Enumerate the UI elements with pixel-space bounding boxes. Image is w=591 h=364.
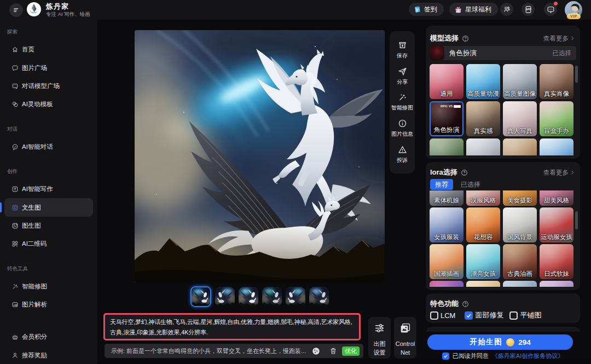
optimize-button[interactable]: 优化 bbox=[342, 346, 360, 356]
sidebar-item-ai-chat[interactable]: AI智能对话 bbox=[0, 138, 93, 156]
sidebar: 探索首页图片广场对话模型广场AI灵动模板对话AI智能对话创作AI智能写作文生图图… bbox=[0, 20, 97, 364]
app-download-button[interactable]: APP bbox=[522, 3, 535, 16]
model-see-more[interactable]: 查看更多 bbox=[543, 34, 575, 43]
sidebar-item-label: 图生图 bbox=[22, 222, 41, 230]
feature-unchecked-option[interactable]: LCM bbox=[430, 310, 455, 320]
sidebar-item-label: AI二维码 bbox=[22, 240, 47, 248]
lora-card[interactable]: 国潮插画 bbox=[430, 244, 463, 279]
toolbar-magic-wand-button[interactable]: 智能修图 bbox=[391, 93, 413, 112]
lora-card[interactable]: 女孩服装 bbox=[430, 207, 463, 242]
sidebar-item-gallery-bubble[interactable]: 图片广场 bbox=[0, 59, 93, 77]
toolbar-save-button[interactable]: 保存 bbox=[397, 41, 408, 60]
sidebar-item-shapes[interactable]: AI灵动模板 bbox=[0, 95, 93, 113]
lora-card[interactable]: 甜美风格 bbox=[540, 190, 573, 206]
sidebar-item-qrcode[interactable]: AI二维码 bbox=[0, 235, 93, 253]
lora-card[interactable]: 古典油画 bbox=[503, 244, 537, 279]
write-t-icon bbox=[11, 186, 19, 193]
feature-label: 面部修复 bbox=[475, 310, 503, 320]
toolbar-share-button[interactable]: 分享 bbox=[397, 67, 408, 86]
checkbox[interactable] bbox=[465, 311, 473, 320]
sidebar-item-text2img[interactable]: 文生图 bbox=[4, 198, 93, 216]
prompt-input[interactable]: 天马行空,梦幻,神话生物,飞马,云端,星河,辉煌,自由,优雅,力量,翅膀,鬃毛,… bbox=[103, 313, 361, 340]
friends-button[interactable] bbox=[500, 3, 513, 16]
lora-see-more[interactable]: 查看更多 bbox=[543, 169, 575, 177]
model-card[interactable]: 真人写真 bbox=[503, 101, 537, 136]
thumbnail-2[interactable] bbox=[215, 287, 235, 307]
thumbnail-1[interactable] bbox=[190, 286, 211, 307]
thumbnail-5[interactable] bbox=[286, 287, 305, 307]
model-card[interactable] bbox=[503, 138, 537, 155]
model-card[interactable]: RPG V5角色扮演 bbox=[430, 101, 463, 136]
lora-grid: 素体机娘汉服风格美食摄影甜美风格女孩服装花想容国风背景运动服女孩国潮插画漂亮女孩… bbox=[430, 190, 576, 287]
model-card[interactable] bbox=[430, 138, 463, 155]
lora-card[interactable] bbox=[430, 281, 463, 287]
sidebar-item-home[interactable]: 首页 bbox=[0, 41, 93, 59]
menu-button[interactable] bbox=[9, 3, 23, 17]
sidebar-item-person[interactable]: 推荐奖励 bbox=[0, 346, 93, 364]
random-dice-button[interactable] bbox=[312, 347, 320, 355]
lora-card[interactable] bbox=[540, 281, 573, 287]
model-label: 盲盒手办 bbox=[540, 127, 573, 135]
sidebar-item-img-analyze[interactable]: 图片解析 bbox=[0, 296, 93, 314]
model-card[interactable]: 盲盒手办 bbox=[540, 101, 573, 136]
model-label: 通用 bbox=[430, 90, 463, 98]
model-card[interactable]: 真实感 bbox=[466, 101, 500, 136]
feature-checked-option[interactable]: 面部修复 bbox=[465, 310, 503, 320]
model-card[interactable] bbox=[540, 138, 573, 155]
magic-wand-icon bbox=[398, 93, 407, 102]
sidebar-item-magic-wand[interactable]: 智能修图 bbox=[0, 278, 93, 296]
model-card[interactable]: 真实肖像 bbox=[540, 64, 573, 99]
lora-card[interactable]: 汉服风格 bbox=[466, 190, 500, 206]
sidebar-item-img2img[interactable]: 图生图 bbox=[0, 217, 93, 235]
lora-grid-scrollbar[interactable] bbox=[575, 211, 578, 229]
sidebar-item-label: 文生图 bbox=[22, 204, 41, 212]
generate-button[interactable]: 开始生图 294 bbox=[427, 334, 573, 350]
generated-image[interactable] bbox=[135, 30, 385, 282]
tab-selected[interactable]: 已选择 bbox=[461, 180, 480, 189]
app-logo[interactable] bbox=[27, 2, 41, 16]
model-card[interactable]: 通用 bbox=[430, 64, 463, 99]
lora-card[interactable]: 漂亮女孩 bbox=[466, 244, 500, 279]
lora-card[interactable]: 运动服女孩 bbox=[540, 207, 573, 242]
tab-recommend[interactable]: 推荐 bbox=[430, 179, 453, 190]
selected-model-row[interactable]: 角色扮演 已选择 bbox=[430, 46, 576, 60]
thumbnail-4[interactable] bbox=[262, 287, 282, 307]
lora-card[interactable]: 国风背景 bbox=[503, 207, 537, 242]
checkbox[interactable] bbox=[430, 311, 438, 320]
toolbar-info-button[interactable]: 图片信息 bbox=[391, 119, 413, 138]
planet-benefits-button[interactable]: 星球福利 bbox=[449, 3, 498, 16]
model-card[interactable]: 高质量动漫 bbox=[466, 64, 500, 99]
help-icon[interactable] bbox=[462, 35, 469, 42]
help-icon[interactable] bbox=[462, 301, 469, 308]
sidebar-item-write-t[interactable]: AI智能写作 bbox=[0, 180, 93, 198]
lora-card[interactable]: 美食摄影 bbox=[503, 190, 537, 206]
delete-prompt-button[interactable] bbox=[329, 347, 337, 355]
sidebar-item-label: 对话模型广场 bbox=[22, 82, 60, 90]
model-grid-scrollbar[interactable] bbox=[575, 66, 578, 83]
agreement-checkbox[interactable] bbox=[442, 353, 449, 360]
lora-card[interactable]: 花想容 bbox=[466, 207, 500, 242]
agreement-link[interactable]: 《炼丹家AI创作服务协议》 bbox=[492, 352, 564, 360]
model-card[interactable]: 高质量图像 bbox=[503, 64, 537, 99]
lora-card[interactable]: 素体机娘 bbox=[430, 190, 463, 206]
lora-card[interactable] bbox=[503, 281, 537, 287]
lora-card[interactable]: 日式软妹 bbox=[540, 244, 573, 279]
save-icon bbox=[398, 41, 407, 50]
output-settings-button[interactable]: 出图 设置 bbox=[368, 317, 391, 359]
sidebar-item-label: 推荐奖励 bbox=[22, 351, 47, 360]
thumbnail-6[interactable] bbox=[309, 287, 329, 307]
sidebar-item-chat-square[interactable]: 对话模型广场 bbox=[0, 77, 93, 95]
feature-unchecked-option[interactable]: 平铺图 bbox=[509, 310, 541, 320]
app-title: 炼丹家 bbox=[46, 2, 69, 11]
checkbox[interactable] bbox=[509, 311, 518, 320]
controlnet-button[interactable]: Control Net bbox=[394, 317, 416, 359]
help-icon[interactable] bbox=[461, 169, 468, 176]
toolbar-warning-button[interactable]: 投诉 bbox=[397, 145, 408, 164]
model-card[interactable] bbox=[466, 138, 500, 155]
thumbnail-3[interactable] bbox=[239, 287, 258, 307]
gift-icon bbox=[454, 5, 462, 14]
sidebar-item-crown[interactable]: 会员积分 bbox=[0, 328, 93, 346]
checkin-button[interactable]: 签到 bbox=[409, 3, 444, 16]
messages-button[interactable] bbox=[544, 3, 557, 16]
lora-card[interactable] bbox=[466, 281, 500, 287]
